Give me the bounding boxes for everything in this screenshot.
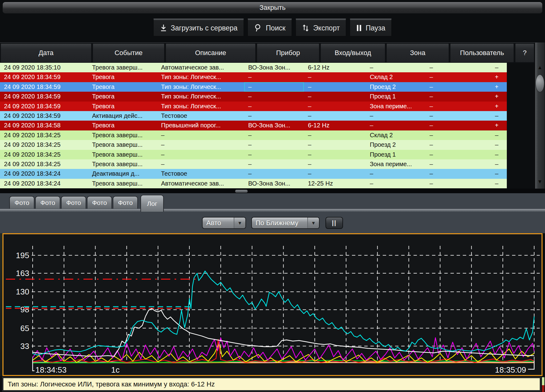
cell[interactable]: 24 09 2020 18:34:59 xyxy=(0,111,88,121)
cell[interactable]: 12-25 Hz xyxy=(304,179,366,188)
tab-лог-6[interactable]: Лог xyxy=(140,195,164,212)
table-row-4[interactable]: 24 09 2020 18:34:59ТревогаТип зоны: Логи… xyxy=(0,92,535,101)
cell[interactable]: Тип зоны: Логическ... xyxy=(157,92,244,101)
cell[interactable]: 24 09 2020 18:34:58 xyxy=(0,121,88,130)
cell[interactable]: Тестовое xyxy=(157,169,244,178)
cell[interactable]: – xyxy=(426,140,486,150)
cell[interactable]: – xyxy=(244,140,304,150)
cell[interactable]: – xyxy=(244,111,304,121)
cell[interactable]: Тревога xyxy=(88,92,157,101)
cell[interactable]: – xyxy=(426,179,486,188)
cell[interactable]: Тревога xyxy=(88,82,157,92)
cell[interactable]: – xyxy=(486,150,507,159)
cell[interactable]: + xyxy=(486,102,507,111)
cell[interactable]: – xyxy=(157,140,244,150)
cell[interactable]: Тестовое xyxy=(157,111,244,121)
cell[interactable]: – xyxy=(304,92,366,101)
cell[interactable]: Тревога заверш... xyxy=(88,179,157,188)
cell[interactable]: – xyxy=(304,140,366,150)
cell[interactable]: – xyxy=(157,159,244,169)
cell[interactable]: Склад 2 xyxy=(366,72,426,82)
cell[interactable]: 24 09 2020 18:34:25 xyxy=(0,150,88,159)
cell[interactable]: – xyxy=(426,159,486,169)
column-header-5[interactable]: Вход/выход xyxy=(321,43,385,62)
cell[interactable]: – xyxy=(244,159,304,169)
cell[interactable]: – xyxy=(304,72,366,82)
table-row-3[interactable]: 24 09 2020 18:34:59ТревогаТип зоны: Логи… xyxy=(0,82,535,92)
cell[interactable]: – xyxy=(366,169,426,178)
cell[interactable]: Автоматическое зав... xyxy=(157,179,244,188)
cell[interactable]: – xyxy=(426,82,486,92)
scrollbar-thumb[interactable] xyxy=(535,74,544,92)
table-row-8[interactable]: 24 09 2020 18:34:25Тревога заверш...–––С… xyxy=(0,130,535,140)
cell[interactable]: – xyxy=(486,140,507,150)
cell[interactable]: – xyxy=(426,121,486,130)
cell[interactable]: Проезд 2 xyxy=(366,82,426,92)
cell[interactable]: – xyxy=(486,179,507,188)
cell[interactable]: 24 09 2020 18:34:59 xyxy=(0,72,88,82)
cell[interactable]: – xyxy=(304,111,366,121)
cell[interactable]: Тревога заверш... xyxy=(88,159,157,169)
table-row-12[interactable]: 24 09 2020 18:34:24Деактивация д...Тесто… xyxy=(0,169,535,178)
column-header-4[interactable]: Прибор xyxy=(257,43,319,62)
cell[interactable]: – xyxy=(304,82,366,92)
cell[interactable]: Проезд 2 xyxy=(366,140,426,150)
toolbar-button-1[interactable]: Загрузить с сервера xyxy=(153,18,244,36)
splitter[interactable] xyxy=(0,189,545,193)
cell[interactable]: – xyxy=(366,63,426,72)
cell[interactable]: Склад 2 xyxy=(366,130,426,140)
cell[interactable]: – xyxy=(486,63,507,72)
cell[interactable]: – xyxy=(366,121,426,130)
column-header-7[interactable]: Пользователь xyxy=(450,43,514,62)
cell[interactable]: – xyxy=(426,130,486,140)
cell[interactable]: – xyxy=(426,72,486,82)
cell[interactable]: 6-12 Hz xyxy=(304,63,366,72)
cell[interactable]: – xyxy=(244,92,304,101)
close-button[interactable]: Закрыть xyxy=(2,2,543,14)
cell[interactable]: – xyxy=(366,111,426,121)
cell[interactable]: ВО-Зона Зон... xyxy=(244,179,304,188)
cell[interactable]: – xyxy=(304,150,366,159)
cell[interactable]: Тревога заверш... xyxy=(88,140,157,150)
cell[interactable]: – xyxy=(426,102,486,111)
table-row-11[interactable]: 24 09 2020 18:34:25Тревога заверш...–––З… xyxy=(0,159,535,169)
column-header-2[interactable]: Событие xyxy=(93,43,164,62)
cell[interactable]: + xyxy=(486,92,507,101)
tab-фото-4[interactable]: Фото xyxy=(87,196,112,209)
table-row-13[interactable]: 24 09 2020 18:34:24Тревога заверш...Авто… xyxy=(0,179,535,188)
cell[interactable]: Проезд 1 xyxy=(366,150,426,159)
cell[interactable]: – xyxy=(157,130,244,140)
cell[interactable]: – xyxy=(244,72,304,82)
table-row-2[interactable]: 24 09 2020 18:34:59ТревогаТип зоны: Логи… xyxy=(0,72,535,82)
chart-pause-button[interactable]: || xyxy=(325,217,343,229)
column-header-8[interactable]: ? xyxy=(515,43,534,62)
cell[interactable]: Тревога заверш... xyxy=(88,63,157,72)
column-header-1[interactable]: Дата xyxy=(1,43,91,62)
cell[interactable]: – xyxy=(244,150,304,159)
cell[interactable]: + xyxy=(486,72,507,82)
vertical-scrollbar[interactable]: ▲ ▼ xyxy=(535,42,545,189)
cell[interactable]: Тип зоны: Логическ... xyxy=(157,102,244,111)
cell[interactable]: – xyxy=(244,82,304,92)
cell[interactable]: – xyxy=(304,130,366,140)
toolbar-button-2[interactable]: Поиск xyxy=(248,18,292,36)
cell[interactable]: Тип зоны: Логическ... xyxy=(157,72,244,82)
cell[interactable]: ВО-Зона Зон... xyxy=(244,121,304,130)
cell[interactable]: + xyxy=(486,121,507,130)
cell[interactable]: – xyxy=(244,169,304,178)
cell[interactable]: 24 09 2020 18:34:25 xyxy=(0,159,88,169)
cell[interactable]: – xyxy=(244,130,304,140)
cell[interactable]: – xyxy=(426,92,486,101)
splitter-grip[interactable] xyxy=(235,190,248,193)
cell[interactable]: Тревога заверш... xyxy=(88,150,157,159)
cell[interactable]: – xyxy=(426,111,486,121)
cell[interactable]: 24 09 2020 18:34:59 xyxy=(0,82,88,92)
table-row-6[interactable]: 24 09 2020 18:34:59Активация дейс...Тест… xyxy=(0,111,535,121)
cell[interactable]: Зона периме... xyxy=(366,102,426,111)
toolbar-button-4[interactable]: Пауза xyxy=(350,18,392,36)
cell[interactable]: 24 09 2020 18:34:25 xyxy=(0,130,88,140)
cell[interactable]: – xyxy=(304,159,366,169)
cell[interactable]: – xyxy=(486,169,507,178)
table-row-9[interactable]: 24 09 2020 18:34:25Тревога заверш...–––П… xyxy=(0,140,535,150)
cell[interactable]: + xyxy=(486,82,507,92)
